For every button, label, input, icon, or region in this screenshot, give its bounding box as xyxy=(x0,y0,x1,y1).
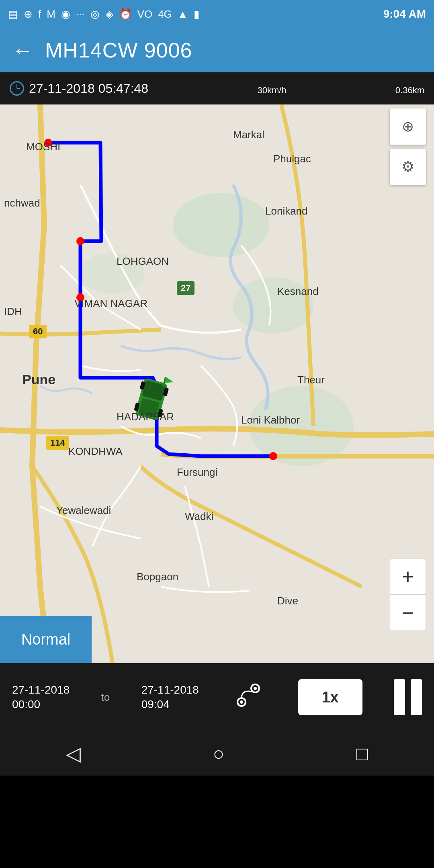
map-controls: ⊕ ⚙ xyxy=(390,108,426,185)
svg-point-21 xyxy=(240,700,243,704)
vo-icon: VO xyxy=(137,8,153,20)
status-icons: ▤ ⊕ f M ◉ ··· ◎ ◈ ⏰ VO 4G ▲ ▮ xyxy=(8,8,199,20)
speed-value: 30 xyxy=(257,85,267,95)
svg-point-7 xyxy=(76,293,84,301)
svg-point-9 xyxy=(269,452,277,460)
to-label: to xyxy=(101,691,110,704)
settings-button[interactable]: ⚙ xyxy=(390,149,426,185)
status-bar: ▤ ⊕ f M ◉ ··· ◎ ◈ ⏰ VO 4G ▲ ▮ 9:04 AM xyxy=(0,0,434,28)
clock-icon xyxy=(10,81,24,96)
svg-point-1 xyxy=(173,193,269,257)
zoom-out-button[interactable]: − xyxy=(390,595,426,631)
zoom-controls: + − xyxy=(390,559,426,631)
date-range: 27-11-2018 00:00 xyxy=(12,684,70,711)
to-time: 09:04 xyxy=(141,698,170,711)
settings-icon: ⊕ xyxy=(24,8,33,20)
distance-value: 0.36 xyxy=(395,85,413,95)
zoom-in-button[interactable]: + xyxy=(390,559,426,595)
normal-map-button[interactable]: Normal xyxy=(0,616,92,663)
lte-icon: 4G xyxy=(158,8,172,20)
road-shield-60: 60 xyxy=(29,325,47,338)
info-bar: 27-11-2018 05:47:48 30km/h 0.36km xyxy=(0,72,434,104)
pause-bar-right xyxy=(411,679,422,715)
nav-recent-button[interactable]: □ xyxy=(356,743,368,765)
to-date: 27-11-2018 xyxy=(141,684,199,696)
message-icon: ▤ xyxy=(8,8,18,20)
from-date: 27-11-2018 xyxy=(12,684,70,696)
pause-button[interactable] xyxy=(394,679,422,715)
svg-point-5 xyxy=(44,139,52,147)
back-button[interactable]: ← xyxy=(12,38,33,62)
svg-point-4 xyxy=(80,253,145,293)
svg-point-6 xyxy=(76,237,84,245)
from-time-row: 00:00 xyxy=(12,698,70,711)
to-time-row: 09:04 xyxy=(141,698,199,711)
datetime-display: 27-11-2018 05:47:48 xyxy=(10,81,148,96)
distance-unit: km xyxy=(413,85,424,95)
nav-back-button[interactable]: ◁ xyxy=(66,742,81,765)
more-icon: ··· xyxy=(76,8,85,20)
alarm-icon: ⏰ xyxy=(119,8,132,20)
target-icon: ◎ xyxy=(90,8,100,20)
status-time: 9:04 AM xyxy=(383,8,426,20)
route-icon xyxy=(230,681,266,714)
location-icon: ◈ xyxy=(105,8,113,20)
bottom-bar: 27-11-2018 00:00 to 27-11-2018 09:04 1x xyxy=(0,663,434,731)
chrome-icon: ◉ xyxy=(61,8,70,20)
road-shield-114: 114 xyxy=(46,436,69,450)
battery-icon: ▮ xyxy=(194,8,199,20)
datetime-text: 27-11-2018 05:47:48 xyxy=(29,81,148,96)
pause-bar-left xyxy=(394,679,405,715)
m-icon: M xyxy=(47,8,55,20)
date-range-to: 27-11-2018 09:04 xyxy=(141,684,199,711)
nav-home-button[interactable]: ○ xyxy=(213,743,224,765)
facebook-icon: f xyxy=(38,8,41,20)
from-date-row: 27-11-2018 xyxy=(12,684,70,696)
nav-bar: ◁ ○ □ xyxy=(0,731,434,776)
app-title: MH14CW 9006 xyxy=(45,38,192,62)
distance-display: 0.36km xyxy=(395,80,424,97)
location-button[interactable]: ⊕ xyxy=(390,108,426,145)
time-display: 9:04 AM xyxy=(383,8,426,20)
map-container[interactable]: Markal Phulgac MOSHI Lonikand nchwad LOH… xyxy=(0,104,434,663)
road-shield-27: 27 xyxy=(177,281,194,295)
from-time: 00:00 xyxy=(12,698,40,711)
svg-point-2 xyxy=(233,277,313,334)
speed-unit: km/h xyxy=(267,85,287,95)
signal-icon: ▲ xyxy=(178,8,188,20)
speed-button[interactable]: 1x xyxy=(298,679,362,715)
svg-point-22 xyxy=(254,687,257,690)
to-date-row: 27-11-2018 xyxy=(141,684,199,696)
speed-display: 30km/h xyxy=(257,80,286,97)
app-bar: ← MH14CW 9006 xyxy=(0,28,434,72)
